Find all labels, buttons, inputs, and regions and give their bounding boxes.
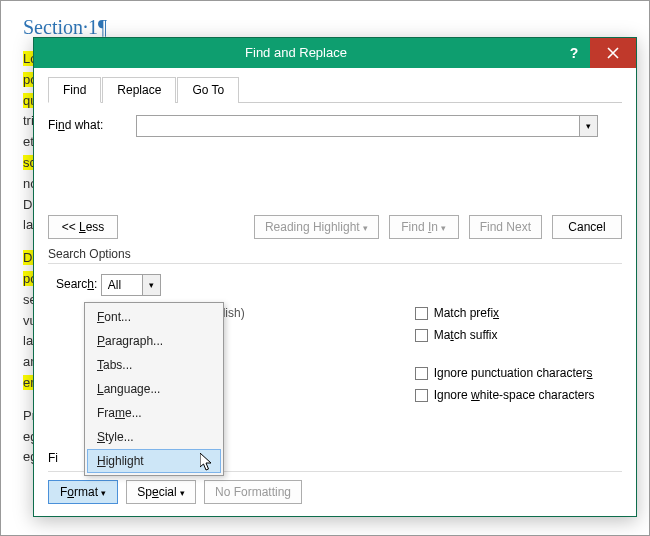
find-replace-dialog: Find and Replace ? Find Replace Go To Fi… xyxy=(33,37,637,517)
ignore-whitespace-checkbox[interactable]: Ignore white-space characters xyxy=(415,388,595,402)
find-what-input[interactable]: ▾ xyxy=(136,115,598,137)
popup-frame[interactable]: Frame... xyxy=(87,401,221,425)
popup-paragraph[interactable]: Paragraph... xyxy=(87,329,221,353)
no-formatting-button[interactable]: No Formatting xyxy=(204,480,302,504)
tab-row: Find Replace Go To xyxy=(48,76,622,103)
ignore-punctuation-checkbox[interactable]: Ignore punctuation characters xyxy=(415,366,595,380)
format-button[interactable]: Format xyxy=(48,480,118,504)
find-what-label: Find what: xyxy=(48,118,133,132)
help-button[interactable]: ? xyxy=(558,38,590,68)
close-button[interactable] xyxy=(590,38,636,68)
dialog-title: Find and Replace xyxy=(34,38,558,68)
find-in-button[interactable]: Find In xyxy=(389,215,459,239)
find-what-row: Find what: ▾ xyxy=(48,115,622,137)
reading-highlight-button[interactable]: Reading Highlight xyxy=(254,215,379,239)
match-suffix-checkbox[interactable]: Match suffix xyxy=(415,328,595,342)
tab-replace[interactable]: Replace xyxy=(102,77,176,103)
search-label: Search: xyxy=(56,277,97,291)
tab-goto[interactable]: Go To xyxy=(177,77,239,103)
match-prefix-checkbox[interactable]: Match prefix xyxy=(415,306,595,320)
close-icon xyxy=(607,47,619,59)
popup-style[interactable]: Style... xyxy=(87,425,221,449)
titlebar[interactable]: Find and Replace ? xyxy=(34,38,636,68)
dropdown-icon[interactable]: ▾ xyxy=(142,275,160,295)
popup-font[interactable]: Font... xyxy=(87,305,221,329)
popup-language[interactable]: Language... xyxy=(87,377,221,401)
find-next-button[interactable]: Find Next xyxy=(469,215,542,239)
dropdown-icon[interactable]: ▾ xyxy=(579,116,597,136)
search-options-title: Search Options xyxy=(48,247,622,261)
special-button[interactable]: Special xyxy=(126,480,196,504)
tab-find[interactable]: Find xyxy=(48,77,101,103)
cancel-button[interactable]: Cancel xyxy=(552,215,622,239)
popup-highlight[interactable]: Highlight xyxy=(87,449,221,473)
format-popup-menu: Font... Paragraph... Tabs... Language...… xyxy=(84,302,224,476)
search-direction-select[interactable]: All ▾ xyxy=(101,274,161,296)
popup-tabs[interactable]: Tabs... xyxy=(87,353,221,377)
less-button[interactable]: << Less xyxy=(48,215,118,239)
